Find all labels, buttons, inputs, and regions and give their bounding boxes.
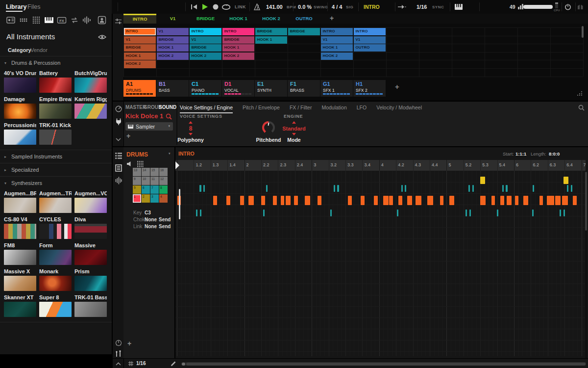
pads-filter-icon[interactable] bbox=[19, 15, 28, 25]
note-kick[interactable] bbox=[248, 196, 253, 205]
pad-16[interactable]: 16 bbox=[159, 168, 168, 176]
samples-filter-icon[interactable] bbox=[81, 15, 91, 25]
group-vocal[interactable]: D1VOCAL bbox=[222, 80, 254, 97]
pad-12[interactable]: 12 bbox=[159, 177, 168, 185]
note-hat[interactable] bbox=[203, 185, 205, 192]
control-tab-modulation[interactable]: Modulation bbox=[321, 105, 346, 113]
restart-icon[interactable] bbox=[191, 4, 197, 9]
tab-library[interactable]: Library bbox=[6, 3, 26, 10]
speaker-icon[interactable] bbox=[127, 161, 132, 166]
note-hat[interactable] bbox=[506, 185, 507, 192]
signature-value[interactable]: 4 / 4 bbox=[332, 4, 342, 10]
pattern-cell-vocal-hook-1[interactable]: HOOK 1 bbox=[222, 44, 255, 52]
control-tab-lfo[interactable]: LFO bbox=[357, 105, 367, 113]
scene-tab-outro[interactable]: OUTRO bbox=[288, 14, 320, 24]
library-item-trk-01-bass[interactable]: TRK-01 Bass bbox=[74, 294, 107, 317]
filter-tab-vendor[interactable]: Vendor bbox=[30, 47, 48, 53]
note-kick[interactable] bbox=[240, 196, 244, 205]
audio-view-icon[interactable] bbox=[115, 177, 122, 184]
pattern-cell-sfx-1-hook-2[interactable]: HOOK 2 bbox=[321, 53, 353, 60]
arranger-settings-icon[interactable] bbox=[115, 18, 122, 25]
note-kick[interactable] bbox=[348, 196, 352, 205]
choke-send[interactable]: Send bbox=[159, 217, 171, 222]
pad-6[interactable]: 6 bbox=[142, 185, 150, 194]
note-kick[interactable] bbox=[555, 196, 560, 205]
pattern-cell-sfx-2-intro[interactable]: INTRO bbox=[354, 28, 386, 35]
library-item-augmen-voices[interactable]: Augmen...VOICES bbox=[74, 190, 107, 213]
piano-roll[interactable] bbox=[113, 147, 588, 358]
library-item-augmen-trings[interactable]: Augmen...TRINGS bbox=[39, 190, 72, 213]
expand-editor-chevron-icon[interactable] bbox=[116, 362, 121, 366]
pattern-cell-drums-v1[interactable]: V1 bbox=[124, 36, 156, 44]
audio-engine-power-icon[interactable] bbox=[564, 3, 571, 10]
polyphony-value[interactable]: 8 bbox=[181, 125, 200, 132]
pattern-cell-drums-hook-2[interactable]: HOOK 2 bbox=[124, 60, 156, 68]
bpm-value[interactable]: 141.00 bbox=[266, 4, 283, 10]
pad-15[interactable]: 15 bbox=[150, 168, 159, 176]
scene-tab-v1[interactable]: V1 bbox=[156, 14, 189, 24]
scope-tab-master[interactable]: MASTER bbox=[125, 105, 146, 110]
mode-value[interactable]: Standard bbox=[274, 126, 314, 131]
group-synth[interactable]: E1SYNTH bbox=[255, 80, 287, 97]
editor-pattern-name[interactable]: INTRO bbox=[178, 151, 195, 157]
master-volume-slider[interactable] bbox=[523, 5, 553, 9]
pad-8[interactable]: 8 bbox=[159, 185, 168, 194]
note-kick[interactable] bbox=[305, 196, 310, 205]
note-hat[interactable] bbox=[401, 185, 403, 192]
step-grid-value[interactable]: 1/16 bbox=[136, 361, 146, 366]
note-perc[interactable] bbox=[564, 210, 565, 216]
follow-playhead-icon[interactable] bbox=[398, 4, 406, 9]
scene-tab-hook-1[interactable]: HOOK 1 bbox=[222, 14, 255, 24]
note-kick[interactable] bbox=[562, 196, 568, 205]
pattern-cell-drums-hook-1[interactable]: HOOK 1 bbox=[124, 53, 156, 60]
note-perc[interactable] bbox=[397, 210, 398, 216]
note-kick[interactable] bbox=[398, 196, 402, 205]
note-kick[interactable] bbox=[515, 196, 519, 205]
pad-4[interactable]: 4 bbox=[159, 194, 168, 203]
plugin-plug-icon[interactable] bbox=[115, 118, 122, 125]
library-item-massive-x[interactable]: Massive X bbox=[4, 268, 36, 291]
note-perc[interactable] bbox=[330, 210, 332, 216]
sound-search-icon[interactable] bbox=[166, 113, 172, 120]
group-bass[interactable]: B1BASS bbox=[156, 80, 189, 97]
note-perc[interactable] bbox=[497, 210, 498, 216]
user-content-icon[interactable] bbox=[97, 15, 107, 25]
drumkit-filter-icon[interactable] bbox=[31, 15, 41, 25]
add-group-button[interactable]: + bbox=[395, 82, 399, 91]
note-kick[interactable] bbox=[539, 196, 543, 205]
note-kick[interactable] bbox=[374, 196, 378, 205]
pattern-cell-brass-bridge[interactable]: BRIDGE bbox=[288, 28, 320, 35]
velocity-levels-icon[interactable] bbox=[115, 350, 122, 357]
scope-tab-sound[interactable]: SOUND bbox=[159, 105, 176, 110]
note-perc[interactable] bbox=[532, 210, 534, 216]
note-accent[interactable] bbox=[480, 177, 485, 184]
eye-filter-icon[interactable] bbox=[98, 34, 106, 40]
library-item-40-s-vo-drums[interactable]: 40's VO Drums bbox=[4, 70, 36, 93]
note-hat[interactable] bbox=[334, 185, 335, 192]
group-sfx-1[interactable]: G1SFX 1 bbox=[320, 80, 353, 97]
link-value[interactable]: None bbox=[145, 224, 157, 229]
pattern-length-value[interactable]: 8:0:0 bbox=[549, 151, 560, 157]
polyphony-down-arrow[interactable] bbox=[189, 133, 193, 135]
note-kick[interactable] bbox=[507, 196, 512, 205]
library-section-specialized[interactable]: ▸Specialized bbox=[0, 163, 112, 176]
pad-9[interactable]: 9 bbox=[133, 177, 141, 185]
group-dropdown-caret-icon[interactable]: ▾ bbox=[169, 152, 171, 156]
sound-name[interactable]: Kick Dolce 1 bbox=[125, 112, 163, 120]
playhead-icon[interactable] bbox=[175, 161, 179, 169]
note-hat[interactable] bbox=[533, 185, 534, 192]
note-kick[interactable] bbox=[573, 196, 577, 205]
pattern-cell-bass-bridge[interactable]: BRIDGE bbox=[157, 36, 189, 44]
link-send[interactable]: Send bbox=[159, 224, 171, 229]
library-item-augmen-brass[interactable]: Augmen...BRASS bbox=[4, 190, 36, 213]
note-kick[interactable] bbox=[491, 196, 495, 205]
pattern-view-icon[interactable] bbox=[115, 164, 122, 172]
library-item-trk-01-kick[interactable]: TRK-01 Kick bbox=[39, 122, 72, 145]
note-hat[interactable] bbox=[337, 185, 339, 192]
play-icon[interactable] bbox=[202, 4, 208, 10]
pattern-cell-synth-hook-1[interactable]: HOOK 1 bbox=[255, 36, 288, 44]
metronome-icon[interactable] bbox=[254, 3, 260, 10]
note-perc[interactable] bbox=[469, 210, 471, 216]
note-perc[interactable] bbox=[263, 210, 265, 216]
note-hat[interactable] bbox=[502, 185, 504, 192]
